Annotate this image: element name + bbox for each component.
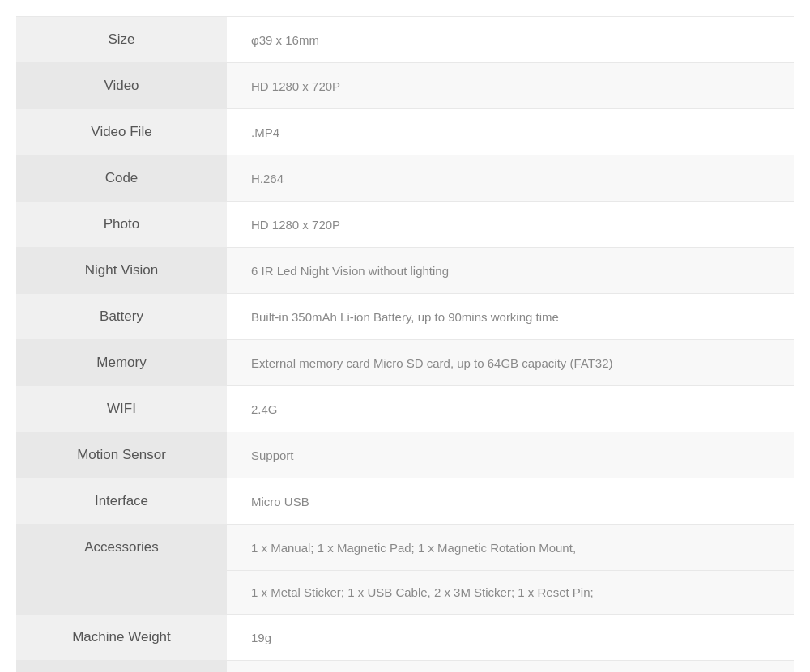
spec-label: Code [16,155,227,201]
spec-value: 6 IR Led Night Vision without lighting [227,248,794,293]
table-row: WIFI2.4G [16,386,794,432]
table-row: InterfaceMicro USB [16,478,794,525]
spec-label: Accessories [16,525,227,570]
table-row: CodeH.264 [16,155,794,202]
spec-label: Video File [16,109,227,155]
spec-label: Size [16,17,227,62]
table-row: Night Vision6 IR Led Night Vision withou… [16,248,794,294]
spec-value: Built-in 350mAh Li-ion Battery, up to 90… [227,294,794,339]
table-row: 1 x Metal Sticker; 1 x USB Cable, 2 x 3M… [16,571,794,615]
table-row: Accessories1 x Manual; 1 x Magnetic Pad;… [16,525,794,571]
table-row: BatteryBuilt-in 350mAh Li-ion Battery, u… [16,294,794,340]
table-row: Motion SensorSupport [16,432,794,478]
spec-table: Sizeφ39 x 16mmVideoHD 1280 x 720PVideo F… [16,16,794,672]
spec-value: HD 1280 x 720P [227,63,794,108]
spec-value: External memory card Micro SD card, up t… [227,340,794,385]
spec-value: 1 x Manual; 1 x Magnetic Pad; 1 x Magnet… [227,525,794,570]
spec-value: 18x12x3cm [227,661,794,672]
spec-label: Machine Weight [16,615,227,660]
spec-label: Video [16,63,227,108]
spec-label: Interface [16,478,227,524]
spec-value: HD 1280 x 720P [227,202,794,247]
table-row: Sizeφ39 x 16mm [16,16,794,63]
table-row: PhotoHD 1280 x 720P [16,202,794,248]
spec-label: Photo [16,202,227,247]
spec-value: 1 x Metal Sticker; 1 x USB Cable, 2 x 3M… [227,571,794,614]
table-row: MemoryExternal memory card Micro SD card… [16,340,794,386]
spec-value: H.264 [227,155,794,201]
spec-value: .MP4 [227,109,794,155]
spec-value: 2.4G [227,386,794,432]
spec-label: Motion Sensor [16,432,227,478]
spec-label [16,571,227,614]
table-row: VideoHD 1280 x 720P [16,63,794,109]
spec-value: 19g [227,615,794,660]
table-row: Package Size18x12x3cm [16,661,794,672]
table-row: Video File.MP4 [16,109,794,155]
spec-value: Support [227,432,794,478]
spec-label: Battery [16,294,227,339]
spec-label: WIFI [16,386,227,432]
spec-label: Package Size [16,661,227,672]
spec-label: Memory [16,340,227,385]
spec-label: Night Vision [16,248,227,293]
table-row: Machine Weight19g [16,615,794,661]
spec-value: Micro USB [227,478,794,524]
spec-value: φ39 x 16mm [227,17,794,62]
